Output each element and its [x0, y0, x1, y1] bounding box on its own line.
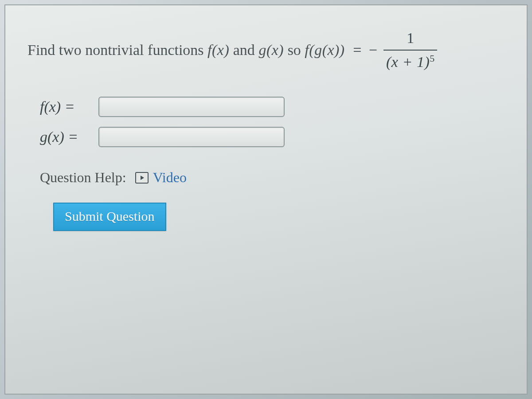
fraction-numerator: 1	[381, 27, 440, 50]
help-label: Question Help:	[40, 169, 126, 186]
answer-row-g: g(x) =	[40, 127, 510, 147]
answer-rows: f(x) = g(x) =	[40, 97, 510, 147]
input-f[interactable]	[98, 97, 285, 117]
label-g-text: g(x) =	[40, 129, 78, 145]
play-icon	[135, 172, 149, 184]
math-f-of-x: f(x)	[207, 42, 229, 58]
prompt-and: and	[233, 42, 259, 58]
equals-minus: = −	[353, 42, 379, 58]
answer-row-f: f(x) =	[40, 97, 510, 117]
video-link[interactable]: Video	[135, 169, 187, 186]
question-panel: Find two nontrivial functions f(x) and g…	[4, 4, 528, 395]
label-f-text: f(x) =	[40, 98, 75, 115]
prompt-so: so	[288, 42, 305, 58]
math-composition: f(g(x))	[305, 42, 344, 58]
label-f: f(x) =	[40, 98, 93, 115]
prompt-prefix: Find two nontrivial functions	[27, 42, 207, 58]
question-prompt: Find two nontrivial functions f(x) and g…	[27, 27, 510, 72]
prompt-text: Find two nontrivial functions f(x) and g…	[27, 39, 379, 61]
label-g: g(x) =	[40, 129, 93, 145]
input-g[interactable]	[98, 127, 285, 147]
fraction-denominator: (x + 1)5	[383, 51, 437, 73]
video-link-label: Video	[153, 169, 187, 186]
submit-button[interactable]: Submit Question	[53, 203, 166, 231]
denominator-base: (x + 1)	[386, 54, 430, 70]
play-triangle-icon	[141, 176, 144, 180]
fraction: 1 (x + 1)5	[383, 27, 437, 72]
denominator-exponent: 5	[430, 52, 434, 63]
help-row: Question Help: Video	[40, 169, 510, 186]
math-g-of-x: g(x)	[258, 42, 284, 58]
